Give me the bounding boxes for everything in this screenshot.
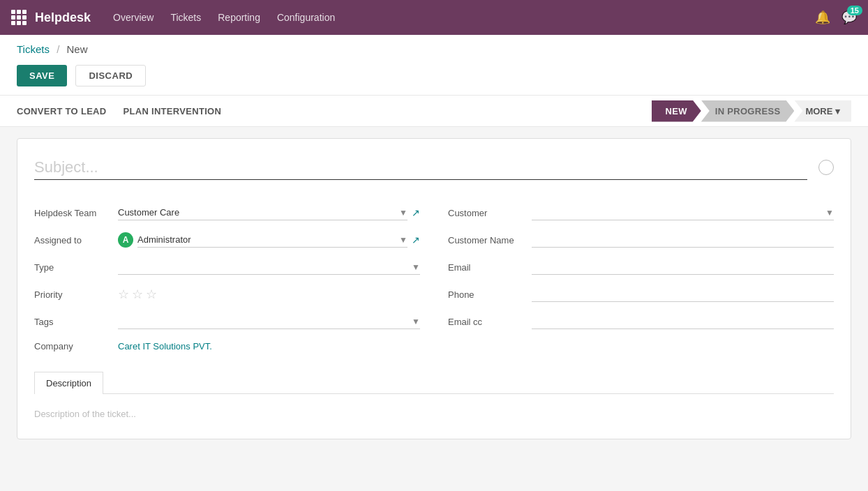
field-label-phone: Phone (448, 289, 532, 300)
priority-star-3[interactable]: ☆ (146, 287, 157, 302)
phone-input[interactable] (532, 287, 834, 302)
field-value-company: Caret IT Solutions PVT. (118, 341, 420, 352)
stage-action-group: CONVERT TO LEAD PLAN INTERVENTION (17, 103, 652, 119)
email-cc-input[interactable] (532, 314, 834, 329)
top-navigation: Helpdesk Overview Tickets Reporting Conf… (0, 0, 868, 35)
field-value-email (532, 259, 834, 275)
discard-button[interactable]: DISCARD (75, 65, 146, 86)
field-customer: Customer ▼ (448, 199, 834, 227)
bell-icon[interactable]: 🔔 (815, 10, 830, 25)
field-email: Email (448, 254, 834, 281)
field-helpdesk-team: Helpdesk Team Customer Care ▼ ↗ (34, 199, 420, 227)
tags-select-wrapper: ▼ (118, 314, 420, 329)
field-value-priority: ☆ ☆ ☆ (118, 287, 420, 302)
app-grid-icon[interactable] (11, 10, 27, 25)
subject-input[interactable] (34, 156, 807, 180)
priority-star-2[interactable]: ☆ (132, 287, 143, 302)
tabs-section: Description Description of the ticket... (34, 372, 834, 422)
tab-description[interactable]: Description (34, 372, 103, 394)
field-customer-name: Customer Name (448, 227, 834, 254)
field-label-tags: Tags (34, 317, 118, 327)
stage-button-group: NEW IN PROGRESS MORE ▾ (652, 100, 851, 122)
customer-select-wrapper: ▼ (532, 205, 834, 220)
left-column: Helpdesk Team Customer Care ▼ ↗ Assigned… (34, 199, 420, 358)
nav-configuration[interactable]: Configuration (277, 9, 335, 26)
field-value-assigned-to: A Administrator ▼ ↗ (118, 232, 420, 248)
field-label-helpdesk-team: Helpdesk Team (34, 208, 118, 218)
field-email-cc: Email cc (448, 308, 834, 335)
priority-circle[interactable] (818, 160, 834, 175)
field-label-email-cc: Email cc (448, 317, 532, 327)
stage-in-progress-button[interactable]: IN PROGRESS (701, 100, 795, 122)
assigned-to-select-wrapper: Administrator ▼ (137, 232, 407, 248)
breadcrumb: Tickets / New (0, 35, 868, 59)
field-label-assigned-to: Assigned to (34, 235, 118, 245)
plan-intervention-action[interactable]: PLAN INTERVENTION (124, 103, 222, 119)
description-placeholder: Description of the ticket... (34, 409, 136, 419)
tab-list: Description (34, 372, 834, 394)
field-value-customer-name (532, 232, 834, 248)
customer-select[interactable] (532, 205, 834, 220)
chat-icon[interactable]: 💬 15 (841, 10, 857, 25)
app-brand: Helpdesk (35, 10, 91, 25)
field-value-customer: ▼ (532, 205, 834, 220)
field-phone: Phone (448, 281, 834, 308)
nav-icon-group: 🔔 💬 15 (815, 10, 857, 25)
company-link[interactable]: Caret IT Solutions PVT. (118, 341, 212, 352)
field-type: Type ▼ (34, 254, 420, 281)
field-label-priority: Priority (34, 289, 118, 300)
main-content: Helpdesk Team Customer Care ▼ ↗ Assigned… (0, 127, 868, 451)
field-company: Company Caret IT Solutions PVT. (34, 335, 420, 358)
stage-more-button[interactable]: MORE ▾ (794, 100, 851, 122)
field-assigned-to: Assigned to A Administrator ▼ ↗ (34, 227, 420, 254)
stage-new-button[interactable]: NEW (652, 100, 701, 122)
field-value-email-cc (532, 314, 834, 329)
assigned-avatar: A (118, 232, 133, 248)
nav-overview[interactable]: Overview (113, 9, 154, 26)
breadcrumb-separator: / (57, 43, 59, 55)
field-value-type: ▼ (118, 259, 420, 275)
field-tags: Tags ▼ (34, 308, 420, 335)
field-value-helpdesk-team: Customer Care ▼ ↗ (118, 205, 420, 220)
subject-row (34, 156, 834, 180)
nav-reporting[interactable]: Reporting (218, 9, 260, 26)
assigned-to-external-link-icon[interactable]: ↗ (412, 234, 420, 245)
convert-to-lead-action[interactable]: CONVERT TO LEAD (17, 103, 107, 119)
field-label-customer: Customer (448, 208, 532, 218)
breadcrumb-tickets-link[interactable]: Tickets (17, 43, 50, 55)
helpdesk-team-external-link-icon[interactable]: ↗ (412, 207, 420, 218)
field-label-customer-name: Customer Name (448, 235, 532, 245)
field-value-tags: ▼ (118, 314, 420, 329)
tags-select[interactable] (118, 314, 420, 329)
breadcrumb-current: New (66, 43, 87, 55)
field-label-type: Type (34, 262, 118, 273)
type-select-wrapper: ▼ (118, 259, 420, 275)
action-bar: SAVE DISCARD (0, 59, 868, 95)
priority-stars: ☆ ☆ ☆ (118, 287, 157, 302)
assigned-to-select[interactable]: Administrator (137, 232, 407, 248)
field-value-phone (532, 287, 834, 302)
save-button[interactable]: SAVE (17, 65, 67, 86)
helpdesk-team-select[interactable]: Customer Care (118, 205, 407, 220)
nav-tickets[interactable]: Tickets (170, 9, 201, 26)
ticket-card: Helpdesk Team Customer Care ▼ ↗ Assigned… (17, 138, 851, 439)
field-label-email: Email (448, 262, 532, 273)
field-label-company: Company (34, 341, 118, 352)
stage-bar: CONVERT TO LEAD PLAN INTERVENTION NEW IN… (0, 95, 868, 127)
customer-name-input[interactable] (532, 232, 834, 248)
helpdesk-team-select-wrapper: Customer Care ▼ (118, 205, 407, 220)
right-column: Customer ▼ Customer Name (448, 199, 834, 358)
tab-content: Description of the ticket... (34, 394, 834, 422)
priority-star-1[interactable]: ☆ (118, 287, 129, 302)
form-grid: Helpdesk Team Customer Care ▼ ↗ Assigned… (34, 199, 834, 358)
nav-links: Overview Tickets Reporting Configuration (113, 9, 815, 26)
field-priority: Priority ☆ ☆ ☆ (34, 281, 420, 308)
chat-badge: 15 (847, 6, 862, 15)
email-input[interactable] (532, 259, 834, 275)
type-select[interactable] (118, 259, 420, 275)
